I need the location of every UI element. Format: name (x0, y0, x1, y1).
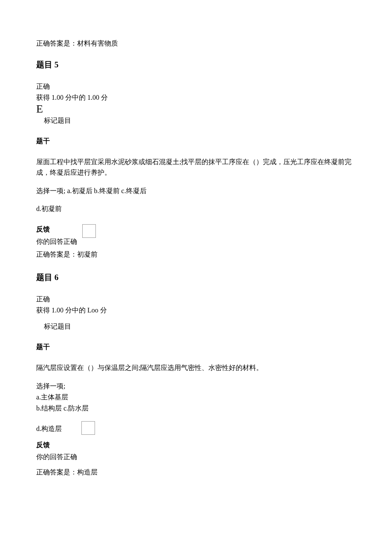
q6-checkbox[interactable] (81, 421, 95, 435)
q5-status: 正确 (36, 81, 356, 92)
q6-options-list: 选择一项; a.主体基层 b.结构层 c.防水层 (36, 381, 356, 413)
q5-question-text: 屋面工程中找平层宜采用水泥砂浆或细石混凝土;找平层的抹平工序应在（）完成，压光工… (36, 156, 356, 178)
q5-feedback-text: 你的回答正确 (36, 236, 79, 247)
q6-option-a[interactable]: a.主体基层 (36, 392, 356, 403)
q6-stem-heading: 题干 (36, 342, 356, 352)
q5-correct-answer: 正确答案是：初凝前 (36, 249, 356, 260)
q5-e-mark: E (36, 104, 356, 115)
q5-score: 获得 1.00 分中的 1.00 分 (36, 92, 356, 103)
prev-correct-answer: 正确答案是：材料有害物质 (36, 38, 356, 49)
q5-options-abc: 选择一项; a.初凝后 b.终凝前 c.终凝后 (36, 186, 356, 196)
question-5-block: 题目 5 正确 获得 1.00 分中的 1.00 分 E 标记题目 题干 屋面工… (36, 59, 356, 260)
q6-correct-answer: 正确答案是：构造层 (36, 467, 356, 477)
q6-score: 获得 1.00 分中的 Loo 分 (36, 305, 356, 315)
q6-question-text: 隔汽层应设置在（）与保温层之间;隔汽层应选用气密性、水密性好的材料。 (36, 362, 356, 373)
q6-feedback-text: 你的回答正确 (36, 452, 356, 462)
question-6-heading: 题目 6 (36, 272, 356, 284)
q6-option-d[interactable]: d.构造层 (36, 424, 62, 434)
question-5-heading: 题目 5 (36, 59, 356, 71)
q5-option-d[interactable]: d.初凝前 (36, 204, 356, 214)
q5-feedback-heading: 反馈 (36, 224, 79, 234)
q6-option-bc[interactable]: b.结构层 c.防水层 (36, 403, 356, 414)
q6-mark-question-link[interactable]: 标记题目 (44, 321, 356, 332)
q6-status: 正确 (36, 294, 356, 304)
q5-mark-question-link[interactable]: 标记题目 (44, 116, 356, 126)
question-6-block: 题目 6 正确 获得 1.00 分中的 Loo 分 标记题目 题干 隔汽层应设置… (36, 272, 356, 477)
q5-stem-heading: 题干 (36, 136, 356, 146)
q6-select-label: 选择一项; (36, 381, 356, 392)
q6-feedback-heading: 反馈 (36, 440, 356, 450)
q5-checkbox[interactable] (82, 224, 96, 238)
